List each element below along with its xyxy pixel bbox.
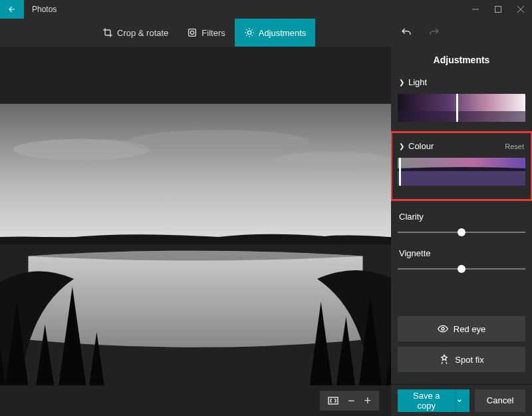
tab-adjustments[interactable]: Adjustments — [235, 19, 316, 47]
svg-rect-12 — [329, 397, 338, 404]
maximize-button[interactable] — [487, 0, 509, 19]
spotfix-icon — [439, 354, 450, 365]
fit-icon — [328, 397, 338, 405]
svg-point-6 — [247, 31, 251, 34]
clarity-label: Clarity — [399, 212, 524, 222]
undo-button[interactable] — [400, 27, 412, 39]
spot-fix-button[interactable]: Spot fix — [398, 347, 525, 372]
redo-icon — [428, 27, 440, 39]
back-button[interactable] — [0, 0, 24, 19]
chevron-right-icon: ❯ — [399, 142, 404, 150]
section-colour-label: Colour — [408, 141, 434, 151]
svg-rect-1 — [495, 7, 501, 13]
redo-button[interactable] — [428, 27, 440, 39]
colour-highlight-annotation: ❯ Colour Reset — [390, 131, 532, 201]
undo-icon — [400, 27, 412, 39]
spot-fix-label: Spot fix — [455, 355, 483, 365]
tab-adjustments-label: Adjustments — [259, 28, 307, 38]
section-light-label: Light — [408, 77, 427, 87]
red-eye-label: Red eye — [454, 324, 485, 334]
panel-heading: Adjustments — [391, 47, 532, 73]
photo-canvas[interactable] — [0, 104, 391, 385]
cancel-button[interactable]: Cancel — [475, 389, 525, 412]
svg-point-17 — [442, 327, 444, 330]
clarity-slider[interactable] — [398, 226, 525, 239]
vignette-slider[interactable] — [398, 262, 525, 276]
save-copy-button[interactable]: Save a copy — [398, 389, 456, 412]
app-title: Photos — [24, 0, 57, 19]
vignette-label: Vignette — [399, 248, 524, 258]
colour-slider[interactable] — [398, 158, 525, 186]
colour-preview — [398, 158, 525, 186]
fit-screen-button[interactable] — [328, 397, 338, 405]
red-eye-button[interactable]: Red eye — [398, 316, 525, 341]
tab-crop-rotate[interactable]: Crop & rotate — [93, 19, 178, 47]
svg-rect-4 — [189, 29, 196, 37]
svg-point-9 — [127, 130, 309, 154]
svg-point-10 — [271, 152, 391, 170]
close-button[interactable] — [509, 0, 532, 19]
minimize-icon — [472, 6, 479, 13]
photo-content — [0, 104, 391, 385]
light-preview — [398, 94, 525, 122]
colour-reset-button[interactable]: Reset — [505, 142, 524, 150]
arrow-left-icon — [7, 5, 17, 14]
colour-marker — [399, 158, 401, 186]
eye-icon — [438, 323, 448, 334]
crop-icon — [102, 27, 113, 38]
tab-filters-label: Filters — [201, 28, 225, 38]
save-dropdown-button[interactable] — [456, 389, 470, 412]
light-slider[interactable] — [398, 94, 525, 122]
section-light-header[interactable]: ❯ Light — [398, 73, 525, 91]
chevron-right-icon: ❯ — [399, 79, 404, 86]
zoom-in-button[interactable]: + — [364, 395, 371, 407]
chevron-down-icon — [456, 397, 463, 404]
adjustments-icon — [244, 27, 255, 38]
filters-icon — [187, 27, 198, 38]
zoom-out-button[interactable]: − — [348, 395, 355, 407]
svg-rect-16 — [398, 171, 525, 186]
maximize-icon — [495, 6, 501, 13]
light-marker — [456, 94, 458, 122]
tab-filters[interactable]: Filters — [178, 19, 234, 47]
tab-crop-label: Crop & rotate — [117, 28, 168, 38]
section-colour-header[interactable]: ❯ Colour Reset — [398, 137, 525, 155]
svg-rect-14 — [398, 111, 525, 122]
svg-point-5 — [191, 31, 194, 34]
minimize-button[interactable] — [464, 0, 487, 19]
close-icon — [517, 6, 524, 13]
svg-rect-7 — [0, 104, 391, 241]
